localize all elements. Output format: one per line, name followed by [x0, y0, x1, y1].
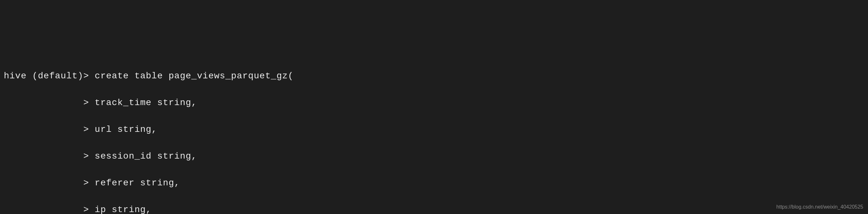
- terminal-line: > url string,: [4, 123, 864, 136]
- terminal-line: > track_time string,: [4, 96, 864, 110]
- terminal-line: > session_id string,: [4, 150, 864, 163]
- terminal-output[interactable]: hive (default)> create table page_views_…: [4, 56, 864, 214]
- watermark-text: https://blog.csdn.net/weixin_40420525: [776, 203, 863, 211]
- terminal-line: > ip string,: [4, 203, 864, 214]
- terminal-line: > referer string,: [4, 176, 864, 190]
- terminal-line: hive (default)> create table page_views_…: [4, 69, 864, 83]
